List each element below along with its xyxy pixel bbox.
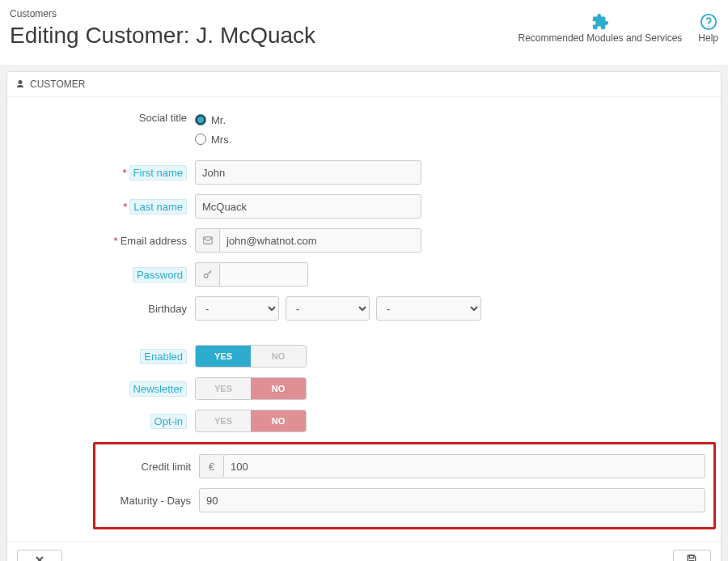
enabled-toggle[interactable]: YES NO xyxy=(195,345,307,368)
optin-toggle[interactable]: YES NO xyxy=(195,410,307,432)
first-name-input[interactable] xyxy=(195,160,421,185)
radio-mr-input[interactable] xyxy=(195,114,206,125)
newsletter-no[interactable]: NO xyxy=(251,378,306,399)
birthday-year[interactable]: - xyxy=(376,296,481,321)
svg-rect-4 xyxy=(690,555,694,558)
user-icon xyxy=(15,79,25,89)
enabled-no[interactable]: NO xyxy=(251,346,306,367)
help-label: Help xyxy=(698,32,718,44)
save-button[interactable]: Save xyxy=(673,550,711,561)
newsletter-yes[interactable]: YES xyxy=(196,378,251,399)
breadcrumb[interactable]: Customers xyxy=(10,8,315,19)
label-password: Password xyxy=(133,267,187,283)
radio-mrs[interactable]: Mrs. xyxy=(195,131,231,147)
help-icon xyxy=(700,13,717,31)
recommended-modules-button[interactable]: Recommended Modules and Services xyxy=(518,13,683,44)
svg-point-1 xyxy=(708,26,709,27)
enabled-yes[interactable]: YES xyxy=(196,346,251,367)
label-birthday: Birthday xyxy=(19,303,195,315)
optin-no[interactable]: NO xyxy=(251,410,306,431)
radio-mr-label: Mr. xyxy=(211,114,226,126)
puzzle-icon xyxy=(591,13,609,31)
last-name-input[interactable] xyxy=(195,194,421,219)
label-first-name: First name xyxy=(129,165,187,181)
label-enabled: Enabled xyxy=(140,349,187,364)
label-maturity-days: Maturity - Days xyxy=(104,495,199,507)
highlighted-section: Credit limit € Maturity - Days xyxy=(93,442,716,529)
credit-limit-input[interactable] xyxy=(223,454,705,478)
birthday-month[interactable]: - xyxy=(286,296,370,321)
help-button[interactable]: Help xyxy=(698,13,718,44)
close-icon xyxy=(33,554,46,561)
currency-symbol: € xyxy=(199,454,223,478)
save-icon xyxy=(685,554,698,561)
label-optin: Opt-in xyxy=(150,414,187,429)
label-email: Email address xyxy=(121,235,187,247)
optin-yes[interactable]: YES xyxy=(196,410,251,431)
svg-point-3 xyxy=(204,274,208,278)
email-input[interactable] xyxy=(219,228,421,253)
svg-point-0 xyxy=(700,15,715,29)
cancel-button[interactable]: Cancel xyxy=(17,550,62,561)
radio-mr[interactable]: Mr. xyxy=(195,112,231,128)
label-last-name: Last name xyxy=(129,199,187,215)
envelope-icon xyxy=(195,228,219,253)
radio-mrs-input[interactable] xyxy=(195,134,206,145)
label-newsletter: Newsletter xyxy=(129,381,187,397)
key-icon xyxy=(195,262,219,287)
password-input[interactable] xyxy=(219,262,308,287)
label-credit-limit: Credit limit xyxy=(104,461,199,473)
page-title: Editing Customer: J. McQuack xyxy=(10,23,315,49)
label-social-title: Social title xyxy=(19,112,195,124)
customer-panel: CUSTOMER Social title Mr. Mrs. *First n xyxy=(6,71,722,561)
maturity-days-input[interactable] xyxy=(199,488,705,512)
panel-title: CUSTOMER xyxy=(30,79,85,90)
newsletter-toggle[interactable]: YES NO xyxy=(195,377,307,400)
recommended-modules-label: Recommended Modules and Services xyxy=(518,32,683,44)
birthday-day[interactable]: - xyxy=(195,296,279,321)
radio-mrs-label: Mrs. xyxy=(211,134,231,146)
